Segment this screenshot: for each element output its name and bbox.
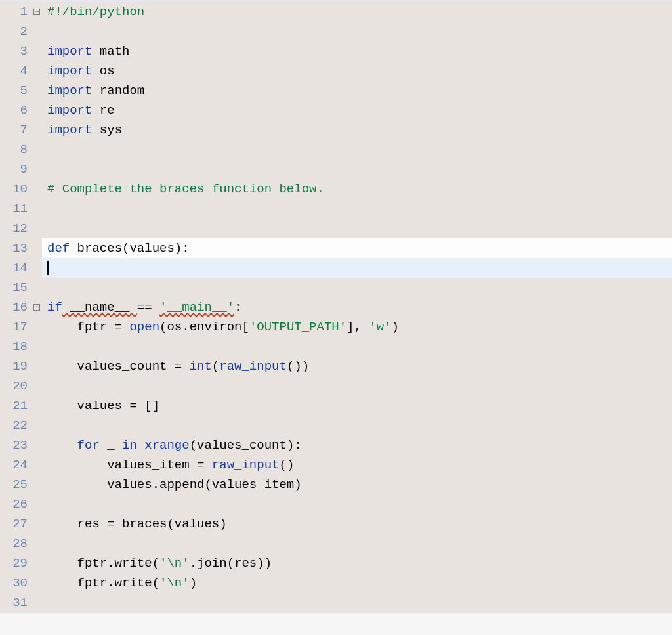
line-number: 3	[0, 41, 32, 61]
code-content	[42, 278, 672, 297]
line-number: 24	[0, 455, 32, 475]
fold-gutter	[32, 22, 42, 41]
line-number: 25	[0, 475, 32, 494]
spellcheck-squiggle: '__main__'	[159, 300, 234, 315]
code-line[interactable]: 16 − if __name__ == '__main__':	[0, 297, 672, 317]
line-number: 11	[0, 199, 32, 219]
line-number: 18	[0, 337, 32, 357]
code-content: fptr = open(os.environ['OUTPUT_PATH'], '…	[42, 317, 672, 337]
line-number: 14	[0, 258, 32, 278]
line-number: 16	[0, 297, 32, 317]
code-content: values = []	[42, 396, 672, 416]
code-line[interactable]: 19 values_count = int(raw_input())	[0, 357, 672, 376]
code-content[interactable]	[42, 258, 672, 278]
code-line[interactable]: 31	[0, 593, 672, 613]
code-line[interactable]: 1 − #!/bin/python	[0, 2, 672, 22]
fold-gutter	[32, 376, 42, 396]
code-content	[42, 22, 672, 41]
code-line[interactable]: 5 import random	[0, 81, 672, 100]
code-content[interactable]: def braces(values):	[42, 238, 672, 258]
fold-gutter	[32, 573, 42, 593]
code-line[interactable]: 25 values.append(values_item)	[0, 475, 672, 494]
code-content	[42, 416, 672, 435]
line-number: 7	[0, 120, 32, 140]
code-line[interactable]: 9	[0, 160, 672, 179]
code-line[interactable]: 3 import math	[0, 41, 672, 61]
line-number: 30	[0, 573, 32, 593]
code-line[interactable]: 29 fptr.write('\n'.join(res))	[0, 554, 672, 573]
code-line[interactable]: 2	[0, 22, 672, 41]
code-line[interactable]: 24 values_item = raw_input()	[0, 455, 672, 475]
fold-gutter	[32, 317, 42, 337]
code-content	[42, 219, 672, 238]
fold-gutter	[32, 475, 42, 494]
line-number: 22	[0, 416, 32, 435]
line-number: 20	[0, 376, 32, 396]
fold-gutter	[32, 396, 42, 416]
code-line[interactable]: 4 import os	[0, 61, 672, 81]
spellcheck-squiggle: __name__	[62, 300, 137, 315]
fold-gutter	[32, 160, 42, 179]
fold-gutter	[32, 554, 42, 573]
fold-gutter	[32, 514, 42, 534]
fold-gutter[interactable]: −	[32, 297, 42, 317]
line-number: 1	[0, 2, 32, 22]
code-content: values.append(values_item)	[42, 475, 672, 494]
code-line[interactable]: 13 def braces(values):	[0, 238, 672, 258]
code-content: fptr.write('\n')	[42, 573, 672, 593]
fold-gutter[interactable]: −	[32, 2, 42, 22]
code-line[interactable]: 21 values = []	[0, 396, 672, 416]
code-line[interactable]: 8	[0, 140, 672, 160]
line-number: 9	[0, 160, 32, 179]
fold-gutter	[32, 455, 42, 475]
line-number: 8	[0, 140, 32, 160]
code-content: #!/bin/python	[42, 2, 672, 22]
code-content	[42, 593, 672, 613]
line-number: 5	[0, 81, 32, 100]
code-line-active[interactable]: 14	[0, 258, 672, 278]
line-number: 10	[0, 179, 32, 199]
code-line[interactable]: 10 # Complete the braces function below.	[0, 179, 672, 199]
code-line[interactable]: 7 import sys	[0, 120, 672, 140]
line-number: 31	[0, 593, 32, 613]
line-number: 27	[0, 514, 32, 534]
fold-gutter	[32, 41, 42, 61]
fold-gutter	[32, 494, 42, 514]
code-line[interactable]: 17 fptr = open(os.environ['OUTPUT_PATH']…	[0, 317, 672, 337]
code-line[interactable]: 23 for _ in xrange(values_count):	[0, 435, 672, 455]
fold-minus-icon[interactable]: −	[33, 9, 40, 15]
code-content: import math	[42, 41, 672, 61]
code-line[interactable]: 18	[0, 337, 672, 357]
code-line[interactable]: 20	[0, 376, 672, 396]
code-line[interactable]: 22	[0, 416, 672, 435]
code-content	[42, 199, 672, 219]
fold-gutter	[32, 199, 42, 219]
code-line[interactable]: 11	[0, 199, 672, 219]
fold-gutter	[32, 219, 42, 238]
code-line[interactable]: 28	[0, 534, 672, 554]
code-editor[interactable]: 1 − #!/bin/python 2 3 import math 4 impo…	[0, 0, 672, 635]
code-content: import sys	[42, 120, 672, 140]
code-content: import os	[42, 61, 672, 81]
code-content: fptr.write('\n'.join(res))	[42, 554, 672, 573]
code-content: import random	[42, 81, 672, 100]
code-content: # Complete the braces function below.	[42, 179, 672, 199]
code-content: res = braces(values)	[42, 514, 672, 534]
fold-minus-icon[interactable]: −	[33, 304, 40, 311]
code-line[interactable]: 26	[0, 494, 672, 514]
line-number: 21	[0, 396, 32, 416]
code-line[interactable]: 12	[0, 219, 672, 238]
fold-gutter	[32, 258, 42, 278]
code-content	[42, 376, 672, 396]
code-content	[42, 160, 672, 179]
fold-gutter	[32, 61, 42, 81]
fold-gutter	[32, 120, 42, 140]
line-number: 4	[0, 61, 32, 81]
fold-gutter	[32, 278, 42, 297]
code-line[interactable]: 30 fptr.write('\n')	[0, 573, 672, 593]
code-line[interactable]: 6 import re	[0, 100, 672, 120]
fold-gutter	[32, 100, 42, 120]
code-line[interactable]: 15	[0, 278, 672, 297]
fold-gutter	[32, 337, 42, 357]
code-line[interactable]: 27 res = braces(values)	[0, 514, 672, 534]
